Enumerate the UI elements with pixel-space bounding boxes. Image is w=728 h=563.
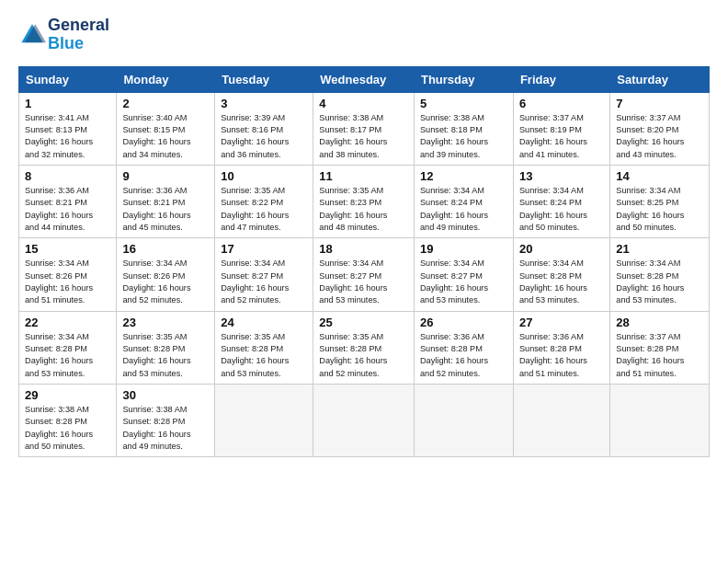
calendar-cell: 4Sunrise: 3:38 AMSunset: 8:17 PMDaylight… <box>313 92 415 165</box>
logo-text: GeneralBlue <box>48 17 109 53</box>
day-number: 1 <box>25 97 110 110</box>
day-info: Sunrise: 3:34 AMSunset: 8:27 PMDaylight:… <box>319 258 408 306</box>
day-number: 4 <box>319 97 408 110</box>
logo-icon <box>18 21 46 49</box>
calendar-cell: 25Sunrise: 3:35 AMSunset: 8:28 PMDayligh… <box>313 311 415 384</box>
calendar-cell <box>215 385 313 457</box>
day-number: 15 <box>25 242 110 256</box>
calendar-cell: 10Sunrise: 3:35 AMSunset: 8:22 PMDayligh… <box>215 165 313 237</box>
day-number: 25 <box>319 316 408 329</box>
calendar-cell: 27Sunrise: 3:36 AMSunset: 8:28 PMDayligh… <box>513 311 609 384</box>
col-header-thursday: Thursday <box>414 66 513 92</box>
day-number: 22 <box>25 316 110 329</box>
calendar-cell: 7Sunrise: 3:37 AMSunset: 8:20 PMDaylight… <box>610 92 710 165</box>
calendar-cell <box>513 385 609 457</box>
day-number: 29 <box>25 388 110 402</box>
col-header-wednesday: Wednesday <box>313 66 415 92</box>
week-row-4: 22Sunrise: 3:34 AMSunset: 8:28 PMDayligh… <box>19 311 710 384</box>
day-info: Sunrise: 3:35 AMSunset: 8:22 PMDaylight:… <box>221 185 307 234</box>
col-header-friday: Friday <box>513 66 609 92</box>
calendar-cell: 9Sunrise: 3:36 AMSunset: 8:21 PMDaylight… <box>117 165 215 237</box>
day-info: Sunrise: 3:35 AMSunset: 8:23 PMDaylight:… <box>319 185 408 234</box>
calendar-cell: 19Sunrise: 3:34 AMSunset: 8:27 PMDayligh… <box>414 238 513 311</box>
day-number: 6 <box>519 97 604 110</box>
day-number: 7 <box>616 97 703 110</box>
day-number: 24 <box>221 316 307 329</box>
calendar-cell: 23Sunrise: 3:35 AMSunset: 8:28 PMDayligh… <box>117 311 215 384</box>
day-info: Sunrise: 3:36 AMSunset: 8:21 PMDaylight:… <box>122 185 209 234</box>
day-info: Sunrise: 3:36 AMSunset: 8:21 PMDaylight:… <box>25 185 110 234</box>
day-info: Sunrise: 3:34 AMSunset: 8:28 PMDaylight:… <box>25 331 110 380</box>
calendar-cell: 8Sunrise: 3:36 AMSunset: 8:21 PMDaylight… <box>19 165 117 237</box>
day-number: 21 <box>616 242 703 256</box>
day-info: Sunrise: 3:35 AMSunset: 8:28 PMDaylight:… <box>122 331 209 380</box>
calendar-cell: 17Sunrise: 3:34 AMSunset: 8:27 PMDayligh… <box>215 238 313 311</box>
calendar-cell: 28Sunrise: 3:37 AMSunset: 8:28 PMDayligh… <box>610 311 710 384</box>
day-info: Sunrise: 3:34 AMSunset: 8:27 PMDaylight:… <box>420 258 507 306</box>
day-info: Sunrise: 3:34 AMSunset: 8:26 PMDaylight:… <box>122 258 209 306</box>
day-number: 19 <box>420 242 507 256</box>
day-info: Sunrise: 3:38 AMSunset: 8:28 PMDaylight:… <box>122 404 209 453</box>
day-number: 11 <box>319 169 408 183</box>
day-number: 14 <box>616 169 703 183</box>
page: GeneralBlue SundayMondayTuesdayWednesday… <box>0 0 728 563</box>
week-row-3: 15Sunrise: 3:34 AMSunset: 8:26 PMDayligh… <box>19 238 710 311</box>
calendar-cell: 1Sunrise: 3:41 AMSunset: 8:13 PMDaylight… <box>19 92 117 165</box>
day-info: Sunrise: 3:35 AMSunset: 8:28 PMDaylight:… <box>221 331 307 380</box>
day-info: Sunrise: 3:40 AMSunset: 8:15 PMDaylight:… <box>122 112 209 161</box>
day-number: 13 <box>519 169 604 183</box>
col-header-saturday: Saturday <box>610 66 710 92</box>
day-info: Sunrise: 3:38 AMSunset: 8:17 PMDaylight:… <box>319 112 408 161</box>
day-number: 28 <box>616 316 703 329</box>
day-info: Sunrise: 3:34 AMSunset: 8:25 PMDaylight:… <box>616 185 703 234</box>
calendar-cell <box>313 385 415 457</box>
day-number: 2 <box>122 97 209 110</box>
week-row-1: 1Sunrise: 3:41 AMSunset: 8:13 PMDaylight… <box>19 92 710 165</box>
day-number: 27 <box>519 316 604 329</box>
week-row-2: 8Sunrise: 3:36 AMSunset: 8:21 PMDaylight… <box>19 165 710 237</box>
col-header-sunday: Sunday <box>19 66 117 92</box>
day-number: 16 <box>122 242 209 256</box>
day-info: Sunrise: 3:36 AMSunset: 8:28 PMDaylight:… <box>420 331 507 380</box>
day-info: Sunrise: 3:35 AMSunset: 8:28 PMDaylight:… <box>319 331 408 380</box>
day-number: 30 <box>122 388 209 402</box>
calendar-cell: 26Sunrise: 3:36 AMSunset: 8:28 PMDayligh… <box>414 311 513 384</box>
day-info: Sunrise: 3:34 AMSunset: 8:24 PMDaylight:… <box>420 185 507 234</box>
day-info: Sunrise: 3:38 AMSunset: 8:28 PMDaylight:… <box>25 404 110 453</box>
day-info: Sunrise: 3:39 AMSunset: 8:16 PMDaylight:… <box>221 112 307 161</box>
header: GeneralBlue <box>18 17 710 53</box>
day-info: Sunrise: 3:36 AMSunset: 8:28 PMDaylight:… <box>519 331 604 380</box>
calendar-cell: 11Sunrise: 3:35 AMSunset: 8:23 PMDayligh… <box>313 165 415 237</box>
calendar-cell <box>610 385 710 457</box>
day-number: 9 <box>122 169 209 183</box>
day-number: 3 <box>221 97 307 110</box>
week-row-5: 29Sunrise: 3:38 AMSunset: 8:28 PMDayligh… <box>19 385 710 457</box>
day-number: 8 <box>25 169 110 183</box>
calendar-cell: 22Sunrise: 3:34 AMSunset: 8:28 PMDayligh… <box>19 311 117 384</box>
day-info: Sunrise: 3:38 AMSunset: 8:18 PMDaylight:… <box>420 112 507 161</box>
day-info: Sunrise: 3:34 AMSunset: 8:26 PMDaylight:… <box>25 258 110 306</box>
day-number: 20 <box>519 242 604 256</box>
day-info: Sunrise: 3:34 AMSunset: 8:24 PMDaylight:… <box>519 185 604 234</box>
calendar-cell: 24Sunrise: 3:35 AMSunset: 8:28 PMDayligh… <box>215 311 313 384</box>
header-row: SundayMondayTuesdayWednesdayThursdayFrid… <box>19 66 710 92</box>
day-info: Sunrise: 3:34 AMSunset: 8:27 PMDaylight:… <box>221 258 307 306</box>
calendar-cell: 20Sunrise: 3:34 AMSunset: 8:28 PMDayligh… <box>513 238 609 311</box>
calendar-cell: 15Sunrise: 3:34 AMSunset: 8:26 PMDayligh… <box>19 238 117 311</box>
calendar-cell: 14Sunrise: 3:34 AMSunset: 8:25 PMDayligh… <box>610 165 710 237</box>
day-number: 26 <box>420 316 507 329</box>
calendar-cell: 21Sunrise: 3:34 AMSunset: 8:28 PMDayligh… <box>610 238 710 311</box>
calendar-cell: 12Sunrise: 3:34 AMSunset: 8:24 PMDayligh… <box>414 165 513 237</box>
day-info: Sunrise: 3:34 AMSunset: 8:28 PMDaylight:… <box>616 258 703 306</box>
day-info: Sunrise: 3:41 AMSunset: 8:13 PMDaylight:… <box>25 112 110 161</box>
day-info: Sunrise: 3:37 AMSunset: 8:20 PMDaylight:… <box>616 112 703 161</box>
calendar-cell: 5Sunrise: 3:38 AMSunset: 8:18 PMDaylight… <box>414 92 513 165</box>
day-number: 17 <box>221 242 307 256</box>
calendar-cell: 6Sunrise: 3:37 AMSunset: 8:19 PMDaylight… <box>513 92 609 165</box>
calendar-cell: 16Sunrise: 3:34 AMSunset: 8:26 PMDayligh… <box>117 238 215 311</box>
day-number: 23 <box>122 316 209 329</box>
calendar-cell: 30Sunrise: 3:38 AMSunset: 8:28 PMDayligh… <box>117 385 215 457</box>
col-header-tuesday: Tuesday <box>215 66 313 92</box>
calendar-cell: 18Sunrise: 3:34 AMSunset: 8:27 PMDayligh… <box>313 238 415 311</box>
day-number: 18 <box>319 242 408 256</box>
